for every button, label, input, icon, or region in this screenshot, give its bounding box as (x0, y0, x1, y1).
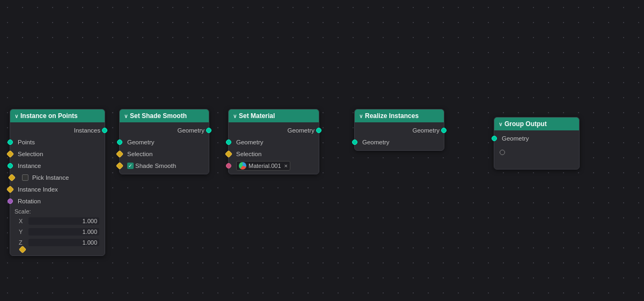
scale-y-label: Y (19, 229, 26, 235)
node-set-material: ∨ Set Material Geometry Geometry Selecti… (228, 109, 319, 174)
socket-geometry-ssh-out[interactable] (206, 128, 211, 133)
node-group-output-header[interactable]: ∨ Group Output (494, 118, 579, 130)
output-geometry-ssh: Geometry (120, 124, 209, 136)
node-realize-instances-title: Realize Instances (365, 112, 419, 120)
input-geometry-ssh: Geometry (120, 136, 209, 148)
input-geometry-ri: Geometry (355, 136, 444, 148)
socket-empty-go-out[interactable] (500, 150, 505, 155)
input-geometry-ssh-label: Geometry (127, 139, 155, 145)
input-rotation: Rotation (10, 195, 105, 207)
output-geometry-ssh-label: Geometry (178, 127, 205, 134)
node-group-output-title: Group Output (504, 120, 547, 128)
socket-rotation-in[interactable] (8, 199, 13, 204)
chevron-icon-2: ∨ (124, 113, 128, 119)
node-realize-instances: ∨ Realize Instances Geometry Geometry (354, 109, 444, 151)
socket-selection-in[interactable] (6, 150, 14, 158)
node-connectors (0, 0, 161, 80)
scale-z-label: Z (19, 239, 26, 246)
material-name: Material.001 (248, 163, 281, 169)
output-geometry-ri-label: Geometry (413, 127, 440, 134)
scale-section-label: Scale: (10, 207, 105, 216)
input-geometry-sm-label: Geometry (236, 139, 264, 145)
socket-pick-in[interactable] (8, 174, 16, 181)
input-selection-sm-label: Selection (236, 151, 261, 157)
input-material: Material.001 × (229, 160, 319, 172)
input-selection-ssh-label: Selection (127, 151, 152, 157)
input-geometry-ri-label: Geometry (362, 139, 390, 145)
node-instance-on-points-body: Instances Points Selection Instance Pick… (10, 122, 105, 255)
input-instance: Instance (10, 160, 105, 172)
input-instance-index-label: Instance Index (18, 186, 58, 193)
output-empty-go (494, 146, 579, 158)
socket-selection-sm-in[interactable] (225, 150, 232, 158)
pick-instance-checkbox[interactable] (22, 174, 28, 181)
chevron-icon-4: ∨ (359, 113, 363, 119)
input-geometry-go: Geometry (494, 133, 579, 144)
socket-points-in[interactable] (8, 140, 13, 145)
socket-instance-index-in[interactable] (6, 186, 14, 193)
node-instance-on-points-title: Instance on Points (20, 112, 78, 120)
socket-instance-in[interactable] (8, 163, 13, 168)
output-geometry-sm-label: Geometry (288, 127, 315, 134)
chevron-icon-5: ∨ (499, 121, 502, 127)
socket-shade-smooth-in[interactable] (116, 162, 123, 170)
chevron-icon-3: ∨ (233, 113, 237, 119)
scale-z-row: Z 1.000 (10, 237, 105, 248)
node-realize-instances-body: Geometry Geometry (355, 122, 444, 150)
socket-geometry-ssh-in[interactable] (117, 140, 122, 145)
material-badge[interactable]: Material.001 × (236, 161, 290, 171)
node-group-output: ∨ Group Output Geometry (494, 117, 580, 170)
node-group-output-body: Geometry (494, 130, 579, 169)
input-points: Points (10, 136, 105, 148)
material-remove-button[interactable]: × (284, 163, 288, 169)
input-instance-label: Instance (18, 163, 41, 169)
material-icon (239, 162, 246, 170)
socket-geometry-go-in[interactable] (492, 136, 497, 141)
input-selection: Selection (10, 148, 105, 160)
scale-x-label: X (19, 218, 26, 224)
node-set-material-header[interactable]: ∨ Set Material (229, 109, 319, 122)
socket-geometry-sm-in[interactable] (226, 140, 231, 145)
input-geometry-go-label: Geometry (502, 135, 529, 142)
input-instance-index: Instance Index (10, 183, 105, 195)
node-set-material-body: Geometry Geometry Selection Material.001… (229, 122, 319, 174)
scale-y-row: Y 1.000 (10, 226, 105, 237)
input-pick-instance: Pick Instance (10, 172, 105, 183)
input-geometry-sm: Geometry (229, 136, 319, 148)
node-set-shade-smooth-header[interactable]: ∨ Set Shade Smooth (120, 109, 209, 122)
input-selection-ssh: Selection (120, 148, 209, 160)
chevron-icon: ∨ (14, 113, 18, 119)
input-points-label: Points (18, 139, 35, 145)
scale-y-value[interactable]: 1.000 (28, 228, 99, 236)
output-instances-label: Instances (74, 127, 100, 134)
output-instances: Instances (10, 124, 105, 136)
output-geometry-sm: Geometry (229, 124, 319, 136)
node-set-material-title: Set Material (239, 112, 275, 120)
node-realize-instances-header[interactable]: ∨ Realize Instances (355, 109, 444, 122)
socket-geometry-ri-out[interactable] (441, 128, 447, 133)
shade-smooth-label: Shade Smooth (135, 163, 176, 169)
node-set-shade-smooth-title: Set Shade Smooth (130, 112, 187, 120)
node-set-shade-smooth: ∨ Set Shade Smooth Geometry Geometry Sel… (119, 109, 209, 174)
output-geometry-ri: Geometry (355, 124, 444, 136)
input-selection-label: Selection (18, 151, 43, 157)
shade-smooth-checkbox[interactable]: ✓ (127, 163, 134, 169)
scale-z-value[interactable]: 1.000 (28, 239, 99, 246)
scale-x-value[interactable]: 1.000 (28, 217, 99, 225)
node-set-shade-smooth-body: Geometry Geometry Selection ✓ Shade Smoo… (120, 122, 209, 174)
socket-material-in[interactable] (226, 163, 231, 168)
scale-x-row: X 1.000 (10, 216, 105, 226)
socket-selection-ssh-in[interactable] (116, 150, 123, 158)
socket-instances-out[interactable] (102, 128, 107, 133)
node-instance-on-points: ∨ Instance on Points Instances Points Se… (10, 109, 105, 256)
input-selection-sm: Selection (229, 148, 319, 160)
input-rotation-label: Rotation (18, 198, 41, 204)
node-instance-on-points-header[interactable]: ∨ Instance on Points (10, 109, 105, 122)
socket-geometry-sm-out[interactable] (316, 128, 321, 133)
input-shade-smooth: ✓ Shade Smooth (120, 160, 209, 172)
socket-geometry-ri-in[interactable] (352, 140, 357, 145)
pick-instance-label: Pick Instance (32, 174, 69, 181)
